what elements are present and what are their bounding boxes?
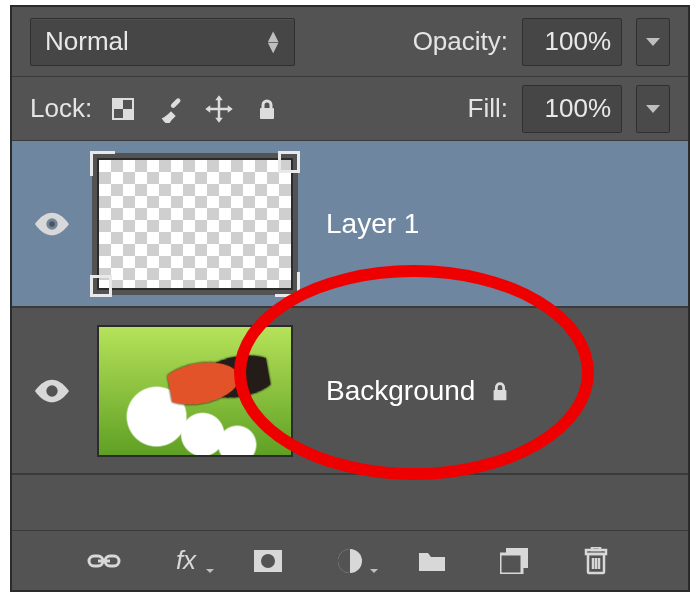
blend-mode-select[interactable]: Normal ▲▼ bbox=[30, 18, 295, 66]
fill-value[interactable]: 100% bbox=[522, 85, 622, 133]
link-layers-icon[interactable] bbox=[82, 539, 126, 583]
lock-position-icon[interactable] bbox=[202, 92, 236, 126]
visibility-toggle[interactable] bbox=[12, 212, 92, 236]
delete-layer-icon[interactable] bbox=[574, 539, 618, 583]
flower-thumb bbox=[97, 325, 293, 457]
opacity-value[interactable]: 100% bbox=[522, 18, 622, 66]
transparent-thumb bbox=[97, 158, 293, 290]
svg-point-9 bbox=[49, 388, 55, 394]
svg-point-8 bbox=[49, 221, 55, 227]
layer-mask-icon[interactable] bbox=[246, 539, 290, 583]
opacity-dropdown[interactable] bbox=[636, 18, 670, 66]
lock-label: Lock: bbox=[30, 93, 92, 124]
layer-row[interactable]: Layer 1 bbox=[12, 141, 688, 308]
svg-marker-7 bbox=[646, 105, 660, 113]
new-layer-icon[interactable] bbox=[492, 539, 536, 583]
blend-opacity-row: Normal ▲▼ Opacity: 100% bbox=[12, 7, 688, 77]
svg-rect-24 bbox=[592, 547, 600, 550]
layer-fx-icon[interactable]: fx bbox=[164, 539, 208, 583]
svg-marker-5 bbox=[205, 95, 233, 123]
lock-all-icon[interactable] bbox=[250, 92, 284, 126]
layers-list: Layer 1 Background bbox=[12, 141, 688, 530]
layers-footer: fx bbox=[12, 530, 688, 590]
fill-label: Fill: bbox=[468, 93, 508, 124]
fill-dropdown[interactable] bbox=[636, 85, 670, 133]
lock-fill-row: Lock: Fill: 100% bbox=[12, 77, 688, 141]
svg-rect-6 bbox=[260, 108, 274, 119]
layer-name[interactable]: Background bbox=[326, 375, 475, 407]
visibility-toggle[interactable] bbox=[12, 379, 92, 403]
svg-marker-0 bbox=[646, 38, 660, 46]
svg-point-15 bbox=[261, 554, 275, 568]
lock-icon bbox=[489, 379, 511, 403]
layer-row[interactable]: Background bbox=[12, 308, 688, 475]
blend-mode-value: Normal bbox=[45, 26, 129, 57]
eye-icon bbox=[35, 379, 69, 403]
svg-rect-3 bbox=[123, 109, 133, 119]
layer-name[interactable]: Layer 1 bbox=[326, 208, 419, 240]
layer-thumbnail[interactable] bbox=[92, 153, 298, 295]
layers-panel: Normal ▲▼ Opacity: 100% Lock: Fill: 100% bbox=[10, 5, 690, 592]
eye-icon bbox=[35, 212, 69, 236]
opacity-label: Opacity: bbox=[413, 26, 508, 57]
adjustment-layer-icon[interactable] bbox=[328, 539, 372, 583]
new-group-icon[interactable] bbox=[410, 539, 454, 583]
lock-transparency-icon[interactable] bbox=[106, 92, 140, 126]
svg-rect-10 bbox=[494, 390, 507, 400]
svg-rect-2 bbox=[113, 99, 123, 109]
updown-icon: ▲▼ bbox=[264, 31, 280, 53]
svg-rect-18 bbox=[500, 554, 522, 574]
svg-rect-4 bbox=[170, 97, 182, 109]
layer-thumbnail[interactable] bbox=[92, 320, 298, 462]
lock-paint-icon[interactable] bbox=[154, 92, 188, 126]
